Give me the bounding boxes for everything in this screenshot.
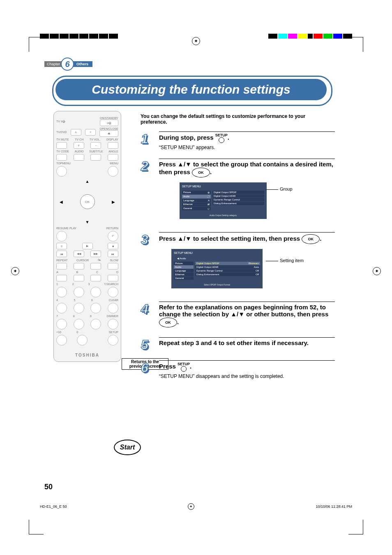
setup-menu-screenshot: SETUP MENU Picture⚙ Audio🔊 LanguageA Eth… bbox=[180, 182, 267, 219]
label-setting-item: Setting item bbox=[266, 258, 304, 263]
crop-marks-top bbox=[0, 21, 392, 45]
color-strip-right bbox=[268, 34, 352, 39]
registration-mark-icon bbox=[192, 37, 200, 45]
footer-left: HD-E1_06_E 50 bbox=[40, 504, 67, 509]
step-2: 22 Press ▲/▼ to select the group that co… bbox=[142, 159, 335, 224]
print-footer: HD-E1_06_E 50 ✦ 10/10/06 11:28:41 PM bbox=[0, 503, 392, 504]
ok-icon: OK bbox=[302, 234, 320, 244]
brand-logo: TOSHIBA bbox=[56, 353, 118, 357]
registration-mark-icon: ✦ bbox=[188, 503, 194, 510]
ok-button: OK bbox=[80, 194, 95, 209]
chapter-label: Chapter bbox=[44, 61, 62, 67]
step-1: 11 During stop, press SETUP. “SETUP MENU… bbox=[142, 131, 335, 150]
down-icon: ∨ bbox=[74, 142, 84, 149]
page-title: Customizing the function settings bbox=[55, 79, 327, 100]
steps-list: 11 During stop, press SETUP. “SETUP MENU… bbox=[142, 131, 335, 387]
ok-icon: OK bbox=[192, 168, 210, 177]
remote-illustration: TV I/⏻ON/STANDBYI/⏻ TV/DVD∧+OPEN/CLOSE⏏ … bbox=[53, 111, 121, 362]
setup-icon: SETUP bbox=[178, 362, 190, 372]
chapter-number: 6 bbox=[61, 58, 74, 71]
step-4: 44 Refer to the explanations on pages be… bbox=[142, 302, 335, 329]
color-strip-left bbox=[40, 34, 119, 39]
intro-text: You can change the default settings to c… bbox=[141, 113, 325, 125]
chapter-section: Others bbox=[72, 61, 92, 67]
step-6: 66 Press SETUP. “SETUP MENU” disappears … bbox=[142, 360, 335, 379]
callout-start: Start bbox=[114, 440, 141, 455]
step-5: 55 Repeat step 3 and 4 to set other item… bbox=[142, 337, 335, 352]
ok-icon: OK bbox=[159, 318, 177, 327]
registration-mark-icon bbox=[11, 267, 19, 275]
setup-button-icon bbox=[108, 335, 118, 345]
up-icon: ∧ bbox=[71, 129, 81, 136]
setup-menu-screenshot: SETUP MENU ◀ Audio Picture Audio Languag… bbox=[171, 249, 263, 288]
chapter-tag: Chapter 6 Others bbox=[44, 58, 92, 71]
page-number: 50 bbox=[44, 483, 53, 491]
label-group: Group bbox=[266, 187, 293, 191]
footer-right: 10/10/06 11:28:41 PM bbox=[316, 504, 352, 509]
registration-mark-icon bbox=[373, 267, 381, 275]
return-icon: ↶ bbox=[108, 231, 118, 242]
step-3: 33 Press ▲/▼ to select the setting item,… bbox=[142, 232, 335, 293]
setup-icon: SETUP bbox=[215, 134, 228, 143]
